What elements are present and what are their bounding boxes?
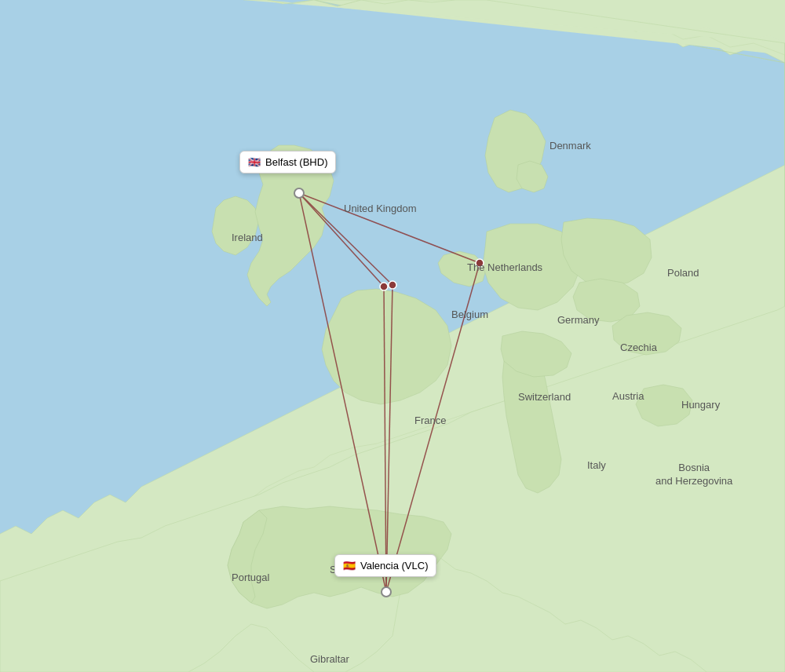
svg-point-11	[294, 188, 304, 198]
svg-point-9	[389, 281, 396, 289]
map-container: Ireland United Kingdom Denmark The Nethe…	[0, 0, 785, 672]
spain-flag-icon: 🇪🇸	[343, 560, 356, 572]
svg-point-12	[382, 587, 391, 597]
svg-point-8	[380, 283, 388, 290]
valencia-airport-name: Valencia (VLC)	[360, 560, 428, 572]
uk-flag-icon: 🇬🇧	[248, 156, 261, 168]
belfast-airport-name: Belfast (BHD)	[265, 156, 327, 168]
svg-point-10	[476, 259, 484, 267]
belfast-airport-label: 🇬🇧 Belfast (BHD)	[239, 151, 336, 173]
valencia-airport-label: 🇪🇸 Valencia (VLC)	[334, 554, 436, 577]
